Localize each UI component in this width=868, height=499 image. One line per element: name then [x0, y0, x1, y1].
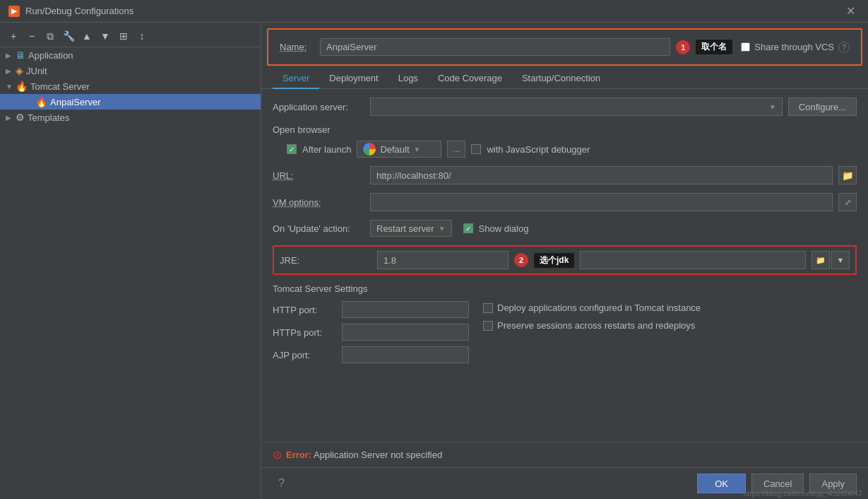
app-server-label: Application server: [273, 102, 364, 112]
folder-button[interactable]: ⊞ [116, 28, 131, 44]
dropdown-arrow: ▼ [769, 103, 776, 111]
sort-button[interactable]: ↕ [134, 28, 150, 44]
share-vcs-checkbox[interactable] [741, 42, 750, 52]
tabs-bar: Server Deployment Logs Code Coverage Sta… [261, 69, 868, 89]
sidebar-item-tomcat-server[interactable]: ▼ 🔥 Tomcat Server [0, 78, 261, 94]
error-bar: ⊘ Error: Application Server not specifie… [261, 442, 868, 467]
server-icon: 🔥 [35, 96, 47, 107]
after-launch-label: After launch [302, 144, 351, 155]
remove-config-button[interactable]: − [24, 28, 40, 44]
error-bold: Error: [286, 450, 311, 460]
jre-controls: 📁 ▼ [811, 251, 850, 269]
js-debugger-checkbox[interactable] [471, 144, 481, 154]
preserve-sessions-checkbox[interactable] [483, 321, 493, 331]
sidebar-item-application[interactable]: ▶ 🖥 Application [0, 47, 261, 63]
help-button[interactable]: ? [273, 476, 290, 491]
tree-arrow-junit: ▶ [6, 67, 16, 75]
update-action-row: On 'Update' action: Restart server ▼ ✓ S… [273, 220, 857, 237]
app-server-row: Application server: ▼ Configure... [273, 98, 857, 116]
tree-arrow-tomcat: ▼ [6, 83, 16, 90]
deploy-checkbox[interactable] [483, 303, 493, 313]
preserve-sessions-label: Preserve sessions across restarts and re… [497, 320, 695, 331]
https-port-label: HTTPs port: [273, 327, 336, 338]
jre-arrow-button[interactable]: ▼ [831, 251, 850, 269]
dialog-title: Run/Debug Configurations [25, 6, 133, 16]
open-browser-title: Open browser [273, 124, 857, 135]
vm-options-row: VM options: ⤢ [273, 193, 857, 211]
browser-dots-button[interactable]: ... [447, 141, 465, 158]
jre-annotation: 选个jdk [534, 253, 574, 268]
ok-button[interactable]: OK [697, 474, 746, 493]
share-vcs-row: Share through VCS ? [741, 42, 850, 53]
url-input[interactable] [370, 166, 833, 184]
move-down-button[interactable]: ▼ [97, 28, 113, 44]
sidebar: + − ⧉ 🔧 ▲ ▼ ⊞ ↕ ▶ 🖥 Application ▶ ◈ JUni [0, 23, 261, 499]
jre-badge: 2 [514, 253, 528, 267]
http-port-input[interactable] [342, 301, 469, 318]
sidebar-item-templates[interactable]: ▶ ⚙ Templates [0, 110, 261, 125]
name-input-wrapper: 1 取个名 [320, 38, 732, 56]
name-badge: 1 [676, 40, 690, 54]
sidebar-label-application: Application [28, 50, 73, 61]
configure-button[interactable]: Configure... [788, 98, 857, 116]
https-port-row: HTTPs port: [273, 324, 469, 341]
browser-row: ✓ After launch Default ▼ ... with JavaSc… [273, 141, 857, 158]
sidebar-label-templates: Templates [28, 112, 69, 123]
sidebar-toolbar: + − ⧉ 🔧 ▲ ▼ ⊞ ↕ [0, 25, 261, 47]
app-server-dropdown[interactable]: ▼ [370, 98, 783, 116]
error-icon: ⊘ [273, 448, 282, 462]
jre-row: JRE: 2 选个jdk 📁 ▼ [273, 245, 857, 275]
move-up-button[interactable]: ▲ [79, 28, 95, 44]
tomcat-settings-section: Tomcat Server Settings HTTP port: HTTPs … [273, 283, 857, 363]
run-debug-dialog: ▶ Run/Debug Configurations ✕ + − ⧉ 🔧 ▲ ▼… [0, 0, 868, 499]
tab-code-coverage[interactable]: Code Coverage [428, 69, 512, 89]
add-config-button[interactable]: + [6, 28, 21, 44]
js-debugger-label: with JavaScript debugger [487, 144, 590, 155]
restart-server-dropdown[interactable]: Restart server ▼ [370, 220, 452, 237]
tree-arrow-application: ▶ [6, 52, 16, 59]
preserve-sessions-row: Preserve sessions across restarts and re… [483, 320, 701, 331]
name-input[interactable] [320, 38, 670, 56]
sidebar-item-anpaiserver[interactable]: 🔥 AnpaiServer [0, 94, 261, 110]
jre-dropdown[interactable] [580, 251, 806, 269]
tomcat-icon: 🔥 [16, 81, 28, 92]
settings-button[interactable]: 🔧 [61, 28, 76, 44]
title-bar-left: ▶ Run/Debug Configurations [8, 6, 133, 17]
jre-folder-button[interactable]: 📁 [811, 251, 830, 269]
tab-startup-connection[interactable]: Startup/Connection [512, 69, 610, 89]
sidebar-item-junit[interactable]: ▶ ◈ JUnit [0, 63, 261, 78]
browser-dropdown-arrow: ▼ [414, 146, 421, 153]
tree-arrow-templates: ▶ [6, 114, 16, 122]
url-folder-button[interactable]: 📁 [838, 166, 857, 184]
sidebar-label-tomcat: Tomcat Server [30, 81, 90, 92]
close-button[interactable]: ✕ [842, 3, 860, 19]
browser-dropdown[interactable]: Default ▼ [357, 141, 441, 158]
tab-deployment[interactable]: Deployment [319, 69, 388, 89]
ports-left: HTTP port: HTTPs port: AJP port: [273, 301, 469, 363]
vm-expand-button[interactable]: ⤢ [838, 193, 857, 211]
tab-logs[interactable]: Logs [388, 69, 428, 89]
ajp-port-input[interactable] [342, 346, 469, 363]
error-text: Error: Application Server not specified [286, 450, 442, 460]
open-browser-section: Open browser ✓ After launch Default ▼ ..… [273, 124, 857, 158]
jre-input[interactable] [377, 251, 509, 269]
deploy-label: Deploy applications configured in Tomcat… [497, 303, 701, 313]
restart-server-label: Restart server [376, 223, 434, 234]
vm-options-label: VM options: [273, 197, 364, 208]
show-dialog-checkbox[interactable]: ✓ [463, 223, 473, 233]
ports-area: HTTP port: HTTPs port: AJP port: [273, 301, 857, 363]
title-bar: ▶ Run/Debug Configurations ✕ [0, 0, 868, 23]
tab-server[interactable]: Server [273, 69, 319, 89]
deploy-checkbox-row: Deploy applications configured in Tomcat… [483, 303, 701, 313]
after-launch-checkbox[interactable]: ✓ [287, 144, 297, 154]
https-port-input[interactable] [342, 324, 469, 341]
share-help-icon[interactable]: ? [838, 42, 850, 53]
ajp-port-row: AJP port: [273, 346, 469, 363]
vm-options-input[interactable] [370, 193, 833, 211]
right-panel: Name: 1 取个名 Share through VCS ? Server D… [261, 23, 868, 499]
copy-config-button[interactable]: ⧉ [42, 28, 58, 44]
templates-icon: ⚙ [16, 112, 25, 123]
name-field-label: Name: [280, 42, 311, 52]
jre-label: JRE: [280, 255, 371, 266]
content-area: Application server: ▼ Configure... Open … [261, 89, 868, 442]
